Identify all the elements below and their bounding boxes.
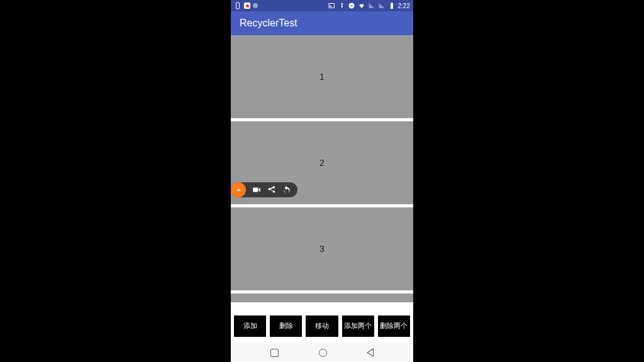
svg-rect-4	[391, 3, 392, 3]
app-bar: RecyclerTest	[231, 11, 413, 35]
app-dot-icon	[253, 3, 258, 8]
cast-icon	[328, 2, 335, 9]
list-item[interactable]: 3	[231, 207, 413, 290]
status-right: 2:22	[328, 2, 410, 9]
list-item-label: 2	[319, 158, 325, 168]
camera-icon[interactable]	[252, 185, 261, 194]
portrait-lock-icon	[234, 2, 242, 9]
battery-icon	[388, 2, 396, 9]
signal-icon-dim-2	[378, 2, 386, 9]
status-time: 2:22	[398, 3, 410, 9]
share-icon[interactable]	[267, 185, 276, 194]
bluetooth-icon	[338, 2, 345, 9]
dnd-icon	[348, 2, 355, 9]
undo-icon[interactable]	[282, 185, 291, 194]
nav-home-icon[interactable]	[319, 349, 327, 357]
nav-back-icon[interactable]	[367, 348, 374, 357]
signal-icon-dim	[368, 2, 375, 9]
android-nav-bar	[231, 343, 413, 362]
svg-rect-2	[350, 6, 353, 6]
add-two-button[interactable]: 添加两个	[342, 315, 374, 337]
recording-indicator-icon	[244, 3, 250, 9]
phone-frame: 2:22 RecyclerTest 1 2 3 添加 删除 移动 添加两个 删除…	[231, 0, 413, 362]
remove-two-button[interactable]: 删除两个	[378, 315, 410, 337]
recycler-list[interactable]: 1 2 3	[231, 35, 413, 309]
recorder-handle-icon[interactable]: ••	[231, 182, 246, 197]
button-row: 添加 删除 移动 添加两个 删除两个	[231, 309, 413, 343]
nav-overview-icon[interactable]	[270, 349, 279, 357]
move-button[interactable]: 移动	[306, 315, 338, 337]
remove-button[interactable]: 删除	[270, 315, 302, 337]
list-item-label: 1	[319, 72, 325, 82]
svg-rect-0	[236, 3, 240, 9]
list-item[interactable]	[231, 293, 413, 302]
screen-recorder-toolbar[interactable]: ••	[231, 182, 297, 197]
wifi-icon	[358, 2, 365, 9]
status-left	[234, 2, 258, 9]
list-item[interactable]: 1	[231, 35, 413, 118]
list-item-label: 3	[319, 244, 325, 254]
add-button[interactable]: 添加	[234, 315, 266, 337]
app-title: RecyclerTest	[240, 18, 297, 29]
status-bar: 2:22	[231, 0, 413, 11]
svg-rect-3	[391, 3, 393, 9]
